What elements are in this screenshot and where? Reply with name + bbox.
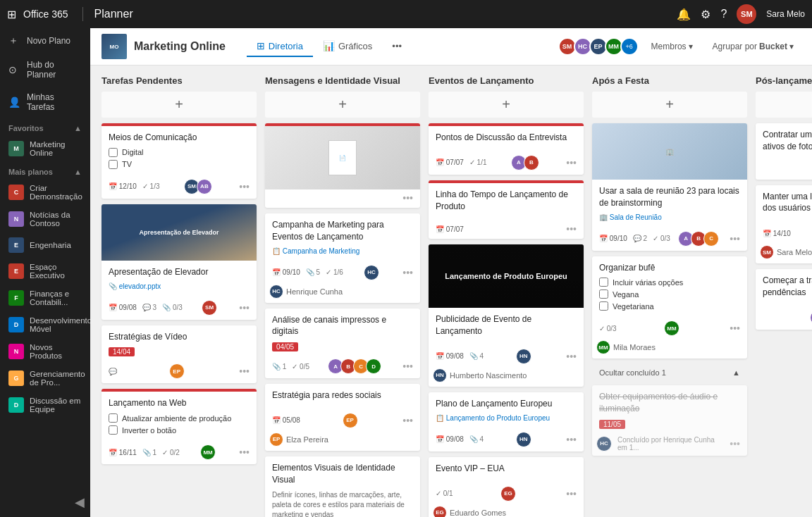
card-bufe[interactable]: Organizar bufê Incluir várias opções Veg…: [592, 256, 747, 359]
card-author: HN Humberto Nascimento: [429, 368, 584, 387]
card-author: SM Sara Melo: [756, 245, 812, 263]
add-card-button[interactable]: +: [429, 92, 584, 118]
card-tag: 04/05: [272, 342, 298, 351]
card-elementos[interactable]: Elementos Visuais de Identidade Visual D…: [265, 456, 420, 517]
card-menu-icon[interactable]: •••: [239, 447, 250, 458]
card-menu-icon[interactable]: •••: [239, 181, 250, 192]
ocultar-concluido-apos[interactable]: Ocultar concluído 1 ▲: [592, 364, 747, 381]
card-title: Estratégias de Vídeo: [109, 331, 250, 343]
card-bottom: 📅 07/07 •••: [429, 220, 584, 239]
card-apresentacao[interactable]: Apresentação de Elevador Apresentação de…: [102, 204, 257, 320]
waffle-icon[interactable]: ⊞: [7, 8, 16, 21]
card-avatars: HN: [519, 432, 531, 447]
card-pontos[interactable]: Pontos de Discussão da Entrevista 📅 07/0…: [429, 123, 584, 175]
card-equipamentos[interactable]: Obter equipamentos de áudio e iluminação…: [592, 385, 747, 456]
group-by-value: Bucket: [759, 42, 787, 51]
sidebar-item-novos[interactable]: N Novos Produtos: [0, 338, 90, 365]
plan-icon: E: [8, 237, 24, 253]
card-publicidade[interactable]: Lançamento de Produto Europeu Publicidad…: [429, 244, 584, 387]
tab-directory[interactable]: ⊞ Diretoria: [247, 36, 313, 57]
card-menu-icon[interactable]: •••: [402, 361, 413, 372]
card-menu-icon[interactable]: •••: [402, 415, 413, 426]
card-menu-icon[interactable]: •••: [566, 351, 577, 362]
group-by-button[interactable]: Agrupar por Bucket ▾: [706, 39, 801, 54]
sidebar-item-gerenciamento[interactable]: G Gerenciamento de Pro...: [0, 365, 90, 392]
card-stat: ✓ 1/6: [326, 268, 343, 276]
card-avatar: EP: [343, 413, 358, 428]
card-lancamento-web[interactable]: Lançamento na Web Atualizar ambiente de …: [102, 389, 257, 464]
card-avatar: A: [810, 310, 812, 325]
sidebar-item-criar[interactable]: C Criar Demonstração: [0, 179, 90, 206]
card-meios[interactable]: Meios de Comunicação Digital TV 📅 12/10 …: [102, 123, 257, 199]
sidebar-item-marketing-online[interactable]: M Marketing Online: [0, 135, 90, 162]
card-bottom: 📅 16/11 📎 1 ✓ 0/2 MM •••: [102, 442, 257, 464]
card-sala-reuniao[interactable]: 🏢 Usar a sala de reunião 23 para locais …: [592, 123, 747, 251]
plan-label: Espaço Executivo: [30, 263, 82, 280]
card-menu-icon[interactable]: •••: [566, 434, 577, 445]
add-card-button[interactable]: +: [265, 92, 420, 118]
card-menu-icon[interactable]: •••: [239, 302, 250, 313]
card-avatars: HC: [367, 265, 379, 280]
project-tabs: ⊞ Diretoria 📊 Gráficos •••: [247, 36, 412, 57]
card-bottom: 📅 09/08 📎 4 HN •••: [429, 346, 584, 368]
card-title: Começar a trabalhar em itens da lista pe…: [763, 275, 812, 299]
settings-icon[interactable]: ⚙: [701, 8, 710, 21]
card-analise[interactable]: Análise de canais impressos e digitais 0…: [265, 309, 420, 379]
members-button[interactable]: Membros ▾: [644, 39, 700, 54]
sidebar-item-discussao[interactable]: D Discussão em Equipe: [0, 392, 90, 418]
card-avatar: MM: [200, 444, 216, 460]
member-avatars[interactable]: SM HC EP MM +6: [561, 37, 639, 56]
card-estrategia-redes[interactable]: Estratégia para redes sociais 📅 05/08 EP…: [265, 384, 420, 451]
card-body: Obter equipamentos de áudio e iluminação…: [592, 385, 747, 433]
sidebar-hub[interactable]: ⊙ Hub do Planner: [0, 54, 90, 86]
card-avatars: A B C: [681, 231, 719, 247]
board: Tarefas Pendentes + Meios de Comunicação…: [90, 66, 812, 517]
card-plano-lancamento[interactable]: Plano de Lançamento Europeu 📋 Lançamento…: [429, 392, 584, 451]
card-menu-icon[interactable]: •••: [239, 366, 250, 377]
card-menu-icon[interactable]: •••: [730, 323, 740, 334]
add-card-button[interactable]: +: [102, 92, 257, 118]
column-header: Mensagens e Identidade Visual: [265, 75, 420, 86]
new-plan-label: Novo Plano: [27, 36, 70, 46]
sidebar-item-dev-movel[interactable]: D Desenvolvimento Móvel: [0, 311, 90, 338]
column-header: Eventos de Lançamento: [429, 75, 584, 86]
card-body: Pontos de Discussão da Entrevista: [429, 126, 584, 152]
help-icon[interactable]: ?: [720, 8, 727, 20]
card-manter-lista[interactable]: Manter uma lista com comentários dos usu…: [756, 185, 812, 264]
sidebar-item-engenharia[interactable]: E Engenharia: [0, 232, 90, 258]
card-menu-icon[interactable]: •••: [730, 438, 740, 449]
user-avatar[interactable]: SM: [737, 4, 756, 24]
add-card-button[interactable]: +: [756, 92, 812, 118]
collapse-sidebar-icon[interactable]: ◀: [75, 494, 85, 510]
card-body: Evento VIP – EUA: [429, 457, 584, 483]
hub-label: Hub do Planner: [27, 60, 82, 80]
card-linha-tempo[interactable]: Linha do Tempo de Lançamento de Produto …: [429, 180, 584, 239]
sidebar-item-noticias[interactable]: N Notícias da Contoso: [0, 206, 90, 232]
notification-icon[interactable]: 🔔: [677, 8, 691, 21]
card-campanha[interactable]: Campanha de Marketing para Eventos de La…: [265, 213, 420, 303]
card-estrategias-video[interactable]: Estratégias de Vídeo 14/04 💬 EP •••: [102, 325, 257, 384]
tab-more[interactable]: •••: [382, 36, 412, 57]
ocultar-label: Ocultar concluído 1: [599, 368, 666, 377]
card-tag: 14/04: [109, 347, 135, 356]
card-avatar: HN: [516, 432, 531, 447]
sidebar-item-espaco[interactable]: E Espaço Executivo: [0, 258, 90, 285]
card-date: 📅 14/10: [763, 230, 791, 237]
sidebar-new-plan[interactable]: ＋ Novo Plano: [0, 28, 90, 54]
sidebar-item-financas[interactable]: F Finanças e Contabili...: [0, 285, 90, 311]
card-menu-icon[interactable]: •••: [402, 267, 413, 278]
column-title: Após a Festa: [592, 75, 649, 86]
card-menu-icon[interactable]: •••: [730, 233, 740, 244]
concluded-by: Concluído por Henrique Cunha em 1...: [617, 436, 724, 451]
tab-charts[interactable]: 📊 Gráficos: [313, 36, 382, 57]
card-comecar-trabalhar[interactable]: Começar a trabalhar em itens da lista pe…: [756, 269, 812, 330]
add-card-button[interactable]: +: [592, 92, 747, 118]
card-menu-icon[interactable]: •••: [566, 157, 577, 168]
card-img-doc[interactable]: 📄 •••: [265, 123, 420, 208]
sidebar-my-tasks[interactable]: 👤 Minhas Tarefas: [0, 86, 90, 118]
card-menu-icon[interactable]: •••: [566, 488, 577, 499]
card-menu-icon[interactable]: •••: [402, 192, 413, 204]
card-evento-vip[interactable]: Evento VIP – EUA ✓ 0/1 EG ••• EG Eduardo…: [429, 457, 584, 517]
card-menu-icon[interactable]: •••: [566, 223, 577, 235]
card-contratar[interactable]: Contratar uma empresa para os ativos de …: [756, 123, 812, 180]
